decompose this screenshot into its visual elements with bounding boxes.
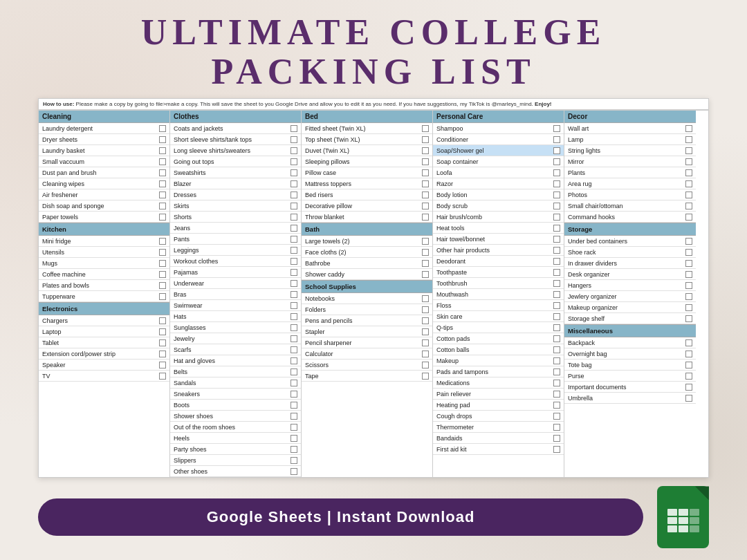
item-checkbox[interactable] — [553, 269, 560, 276]
item-checkbox[interactable] — [553, 214, 560, 221]
item-checkbox[interactable] — [422, 339, 429, 346]
item-checkbox[interactable] — [290, 192, 297, 198]
item-checkbox[interactable] — [553, 236, 560, 243]
item-checkbox[interactable] — [422, 249, 429, 256]
item-checkbox[interactable] — [553, 180, 560, 187]
item-checkbox[interactable] — [290, 225, 297, 232]
item-checkbox[interactable] — [422, 136, 429, 143]
item-checkbox[interactable] — [422, 147, 429, 154]
item-checkbox[interactable] — [685, 147, 692, 154]
item-checkbox[interactable] — [685, 373, 692, 380]
item-checkbox[interactable] — [685, 249, 692, 256]
item-checkbox[interactable] — [553, 291, 560, 298]
item-checkbox[interactable] — [685, 384, 692, 391]
item-checkbox[interactable] — [422, 169, 429, 176]
item-checkbox[interactable] — [553, 258, 560, 265]
item-checkbox[interactable] — [290, 313, 297, 320]
item-checkbox[interactable] — [685, 395, 692, 402]
item-checkbox[interactable] — [422, 238, 429, 245]
item-checkbox[interactable] — [422, 317, 429, 324]
item-checkbox[interactable] — [290, 324, 297, 331]
item-checkbox[interactable] — [685, 125, 692, 132]
item-checkbox[interactable] — [553, 203, 560, 209]
item-checkbox[interactable] — [159, 249, 166, 256]
item-checkbox[interactable] — [553, 192, 560, 198]
item-checkbox[interactable] — [553, 435, 560, 442]
item-checkbox[interactable] — [685, 282, 692, 289]
item-checkbox[interactable] — [422, 192, 429, 198]
item-checkbox[interactable] — [553, 357, 560, 364]
item-checkbox[interactable] — [159, 271, 166, 278]
item-checkbox[interactable] — [159, 147, 166, 154]
item-checkbox[interactable] — [290, 413, 297, 420]
item-checkbox[interactable] — [290, 468, 297, 475]
item-checkbox[interactable] — [159, 203, 166, 209]
item-checkbox[interactable] — [685, 315, 692, 322]
item-checkbox[interactable] — [553, 247, 560, 254]
item-checkbox[interactable] — [553, 335, 560, 342]
google-sheets-button[interactable]: Google Sheets | Instant Download — [38, 498, 643, 536]
item-checkbox[interactable] — [553, 136, 560, 143]
item-checkbox[interactable] — [290, 147, 297, 154]
item-checkbox[interactable] — [159, 136, 166, 143]
item-checkbox[interactable] — [159, 214, 166, 221]
item-checkbox[interactable] — [553, 380, 560, 386]
item-checkbox[interactable] — [290, 247, 297, 254]
item-checkbox[interactable] — [159, 339, 166, 346]
item-checkbox[interactable] — [290, 258, 297, 265]
item-checkbox[interactable] — [685, 158, 692, 165]
item-checkbox[interactable] — [422, 271, 429, 278]
item-checkbox[interactable] — [422, 158, 429, 165]
item-checkbox[interactable] — [159, 260, 166, 267]
item-checkbox[interactable] — [553, 169, 560, 176]
item-checkbox[interactable] — [422, 306, 429, 313]
item-checkbox[interactable] — [159, 169, 166, 176]
item-checkbox[interactable] — [685, 304, 692, 311]
item-checkbox[interactable] — [685, 136, 692, 143]
item-checkbox[interactable] — [159, 192, 166, 198]
item-checkbox[interactable] — [159, 351, 166, 357]
item-checkbox[interactable] — [290, 335, 297, 342]
item-checkbox[interactable] — [422, 373, 429, 380]
item-checkbox[interactable] — [290, 203, 297, 209]
item-checkbox[interactable] — [290, 357, 297, 364]
item-checkbox[interactable] — [553, 402, 560, 409]
item-checkbox[interactable] — [685, 293, 692, 300]
item-checkbox[interactable] — [159, 293, 166, 300]
item-checkbox[interactable] — [290, 136, 297, 143]
item-checkbox[interactable] — [159, 373, 166, 380]
item-checkbox[interactable] — [685, 339, 692, 346]
item-checkbox[interactable] — [290, 158, 297, 165]
item-checkbox[interactable] — [685, 203, 692, 209]
item-checkbox[interactable] — [422, 125, 429, 132]
item-checkbox[interactable] — [685, 351, 692, 357]
item-checkbox[interactable] — [290, 457, 297, 464]
item-checkbox[interactable] — [685, 238, 692, 245]
item-checkbox[interactable] — [422, 203, 429, 209]
item-checkbox[interactable] — [685, 260, 692, 267]
item-checkbox[interactable] — [553, 424, 560, 431]
item-checkbox[interactable] — [290, 180, 297, 187]
item-checkbox[interactable] — [553, 280, 560, 287]
item-checkbox[interactable] — [290, 280, 297, 287]
item-checkbox[interactable] — [290, 236, 297, 243]
item-checkbox[interactable] — [290, 402, 297, 409]
item-checkbox[interactable] — [553, 413, 560, 420]
item-checkbox[interactable] — [290, 346, 297, 353]
item-checkbox[interactable] — [685, 271, 692, 278]
item-checkbox[interactable] — [553, 125, 560, 132]
item-checkbox[interactable] — [685, 192, 692, 198]
item-checkbox[interactable] — [422, 295, 429, 302]
item-checkbox[interactable] — [553, 346, 560, 353]
item-checkbox[interactable] — [553, 225, 560, 232]
item-checkbox[interactable] — [685, 169, 692, 176]
item-checkbox[interactable] — [290, 291, 297, 298]
item-checkbox[interactable] — [553, 368, 560, 375]
item-checkbox[interactable] — [553, 324, 560, 331]
item-checkbox[interactable] — [290, 424, 297, 431]
item-checkbox[interactable] — [290, 269, 297, 276]
item-checkbox[interactable] — [553, 313, 560, 320]
item-checkbox[interactable] — [553, 446, 560, 453]
item-checkbox[interactable] — [553, 147, 560, 154]
item-checkbox[interactable] — [422, 260, 429, 267]
